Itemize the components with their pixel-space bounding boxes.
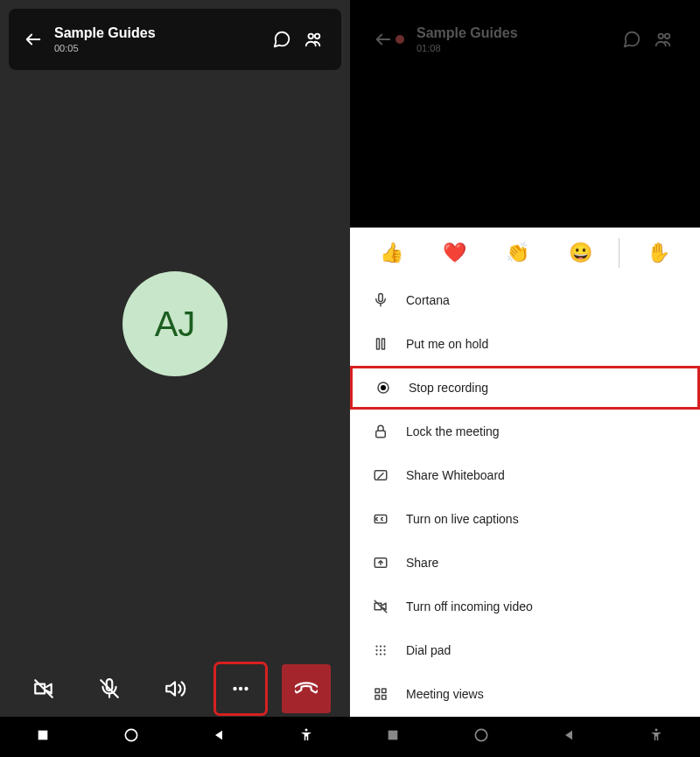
svg-rect-10	[377, 339, 380, 349]
svg-point-24	[375, 653, 377, 655]
reaction-thumbs-up[interactable]: 👍	[360, 242, 424, 264]
dialpad-icon	[368, 642, 394, 658]
svg-rect-29	[375, 696, 380, 700]
call-screen: Sample Guides 00:05 AJ	[0, 0, 350, 757]
svg-point-18	[375, 645, 377, 647]
reaction-clap[interactable]: 👏	[486, 242, 550, 264]
svg-rect-30	[382, 696, 387, 700]
call-title: Sample Guides	[54, 25, 266, 41]
svg-point-7	[304, 729, 307, 732]
svg-point-4	[244, 687, 248, 690]
nav-recent-icon[interactable]	[36, 728, 50, 746]
svg-point-33	[654, 729, 657, 732]
more-options-sheet: 👍 ❤️ 👏 😀 ✋ Cortana Put me on hold Stop r…	[350, 228, 700, 717]
svg-point-25	[380, 653, 382, 655]
nav-accessibility-icon[interactable]	[648, 727, 664, 746]
call-title-block: Sample Guides 00:05	[54, 25, 266, 53]
menu-label: Cortana	[406, 293, 450, 307]
menu-label: Share	[406, 556, 438, 570]
reactions-separator	[619, 238, 620, 268]
menu-label: Put me on hold	[406, 337, 488, 351]
hangup-button[interactable]	[282, 664, 331, 713]
video-off-icon	[368, 599, 394, 614]
chat-button[interactable]	[266, 30, 298, 49]
raise-hand-button[interactable]: ✋	[626, 242, 690, 264]
menu-label: Stop recording	[409, 381, 488, 395]
menu-hold[interactable]: Put me on hold	[350, 322, 700, 366]
svg-point-0	[309, 34, 314, 39]
menu-stop-recording[interactable]: Stop recording	[350, 366, 700, 410]
nav-home-icon[interactable]	[122, 726, 140, 747]
reaction-smile[interactable]: 😀	[549, 242, 612, 264]
back-button[interactable]	[21, 30, 46, 49]
camera-toggle-button[interactable]	[19, 664, 68, 713]
svg-point-9	[665, 34, 670, 39]
participants-button[interactable]	[298, 30, 329, 49]
more-options-button[interactable]	[216, 664, 265, 713]
call-timer-dimmed: 01:08	[416, 43, 616, 53]
svg-point-32	[475, 729, 486, 740]
nav-accessibility-icon[interactable]	[298, 727, 314, 746]
record-icon	[370, 380, 396, 396]
recording-indicator-icon	[396, 35, 404, 44]
svg-point-13	[381, 385, 386, 390]
call-title-dimmed: Sample Guides	[416, 25, 616, 41]
svg-point-21	[375, 649, 377, 651]
participants-button-dimmed	[648, 30, 679, 49]
reactions-row: 👍 ❤️ 👏 😀 ✋	[350, 228, 700, 278]
whiteboard-icon	[368, 467, 394, 483]
lock-icon	[368, 424, 394, 439]
captions-icon	[368, 511, 394, 527]
svg-rect-28	[382, 689, 387, 693]
menu-share-whiteboard[interactable]: Share Whiteboard	[350, 453, 700, 497]
svg-point-22	[380, 649, 382, 651]
reaction-heart[interactable]: ❤️	[424, 242, 486, 264]
grid-icon	[368, 686, 394, 702]
nav-back-icon[interactable]	[212, 728, 226, 746]
android-nav-bar-right	[350, 717, 700, 757]
svg-point-6	[125, 729, 136, 740]
avatar-initials: AJ	[155, 305, 196, 344]
svg-rect-14	[376, 431, 386, 438]
call-controls	[0, 664, 350, 713]
nav-back-icon[interactable]	[562, 728, 576, 746]
menu-label: Dial pad	[406, 643, 451, 657]
svg-point-3	[239, 687, 242, 690]
svg-point-19	[380, 645, 382, 647]
more-options-screen: Sample Guides 01:08 👍 ❤️ 👏 😀 ✋ Cortana P…	[350, 0, 700, 757]
back-button-dimmed	[371, 30, 396, 49]
menu-label: Turn on live captions	[406, 512, 519, 526]
menu-label: Share Whiteboard	[406, 468, 505, 482]
menu-cortana[interactable]: Cortana	[350, 278, 700, 322]
speaker-button[interactable]	[150, 664, 200, 713]
menu-label: Meeting views	[406, 687, 484, 701]
participant-avatar-wrap: AJ	[0, 271, 350, 376]
menu-turn-off-incoming-video[interactable]: Turn off incoming video	[350, 585, 700, 628]
svg-point-26	[383, 653, 385, 655]
menu-meeting-views[interactable]: Meeting views	[350, 672, 700, 716]
svg-point-23	[383, 649, 385, 651]
nav-recent-icon[interactable]	[386, 728, 400, 746]
menu-live-captions[interactable]: Turn on live captions	[350, 497, 700, 541]
call-topbar-dimmed: Sample Guides 01:08	[359, 9, 691, 70]
menu-lock-meeting[interactable]: Lock the meeting	[350, 410, 700, 453]
svg-rect-27	[375, 689, 380, 693]
menu-dial-pad[interactable]: Dial pad	[350, 628, 700, 672]
nav-home-icon[interactable]	[472, 726, 490, 747]
chat-button-dimmed	[616, 30, 648, 49]
svg-point-2	[233, 687, 236, 690]
menu-label: Turn off incoming video	[406, 599, 533, 613]
svg-point-8	[659, 34, 664, 39]
call-topbar: Sample Guides 00:05	[9, 9, 341, 70]
call-timer: 00:05	[54, 43, 266, 53]
svg-rect-31	[388, 731, 398, 740]
mic-toggle-button[interactable]	[85, 664, 134, 713]
share-icon	[368, 555, 394, 571]
mic-icon	[368, 292, 394, 308]
menu-label: Lock the meeting	[406, 424, 500, 438]
participant-avatar: AJ	[122, 271, 228, 376]
menu-share[interactable]: Share	[350, 541, 700, 585]
call-title-block-dimmed: Sample Guides 01:08	[416, 25, 616, 53]
svg-point-1	[315, 34, 320, 39]
svg-rect-11	[382, 339, 385, 349]
